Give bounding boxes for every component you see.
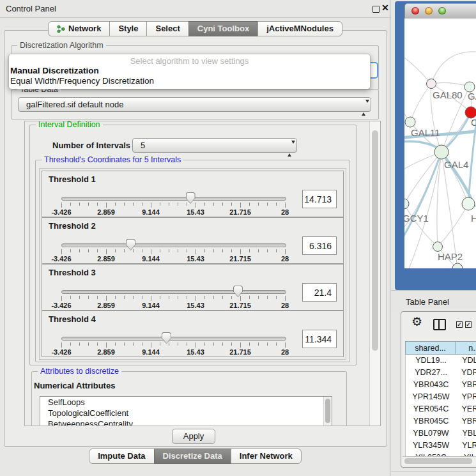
column-header[interactable]: shared... xyxy=(405,341,456,355)
tick-label: 28 xyxy=(281,208,289,216)
tick-mark xyxy=(79,249,80,252)
tick-mark xyxy=(61,249,62,254)
tick-label: -3.426 xyxy=(51,255,71,263)
tick-mark xyxy=(169,296,169,299)
zoom-traffic-light-icon[interactable] xyxy=(438,7,446,15)
table-row[interactable]: YER054CYER0... xyxy=(406,403,476,415)
tick-label: 15.43 xyxy=(187,302,204,309)
tab-infer-network[interactable]: Infer Network xyxy=(231,449,302,464)
network-node-gcy1[interactable] xyxy=(404,199,409,209)
network-node-gal11[interactable] xyxy=(405,117,415,127)
table-scrollbar-thumb[interactable] xyxy=(404,458,472,464)
minimize-traffic-light-icon[interactable] xyxy=(425,7,433,15)
slider-track[interactable] xyxy=(61,337,286,341)
network-icon xyxy=(57,25,65,33)
close-traffic-light-icon[interactable] xyxy=(411,7,419,15)
slider-track[interactable] xyxy=(61,290,286,294)
table-row[interactable]: YIL052CYIL0... xyxy=(406,452,476,456)
split-columns-icon[interactable] xyxy=(433,319,446,330)
table-row[interactable]: YPR145WYPR1... xyxy=(406,391,476,403)
stepper-arrows-icon xyxy=(362,101,366,114)
network-edge[interactable] xyxy=(410,84,431,122)
threshold-slider[interactable]: -3.4262.8599.14415.4321.71528 xyxy=(42,265,343,310)
tick-label: 9.144 xyxy=(142,302,160,309)
network-edge[interactable] xyxy=(431,52,476,84)
checkbox-icon[interactable]: ✓ xyxy=(465,321,472,328)
network-edge[interactable] xyxy=(438,204,468,247)
table-row[interactable]: YDR27...YDR2... xyxy=(406,367,476,379)
tab-discretize-data[interactable]: Discretize Data xyxy=(154,449,231,464)
network-canvas[interactable]: GAL80GACGAL11GAL4GCY1HHAP2 xyxy=(404,19,476,268)
network-node-hap2[interactable] xyxy=(433,242,443,252)
numerical-attributes-label: Numerical Attributes xyxy=(34,381,115,390)
tab-jactivemnodules[interactable]: jActiveMNodules xyxy=(257,21,342,36)
settings-scrollbar[interactable] xyxy=(369,121,381,426)
slider-handle[interactable] xyxy=(162,332,171,344)
threshold-value-input[interactable]: 21.4 xyxy=(302,283,337,302)
table-row[interactable]: YLR345WYLR3... xyxy=(406,440,476,452)
tab-style[interactable]: Style xyxy=(109,21,147,36)
tick-mark xyxy=(151,203,151,208)
network-node-gal4[interactable] xyxy=(434,145,449,159)
network-window-titlebar[interactable] xyxy=(404,3,476,19)
tick-mark xyxy=(231,249,232,252)
threshold-slider[interactable]: -3.4262.8599.14415.4321.71528 xyxy=(42,311,343,357)
threshold-value-input[interactable]: 14.713 xyxy=(302,190,337,208)
tick-mark xyxy=(258,342,259,346)
tick-label: 9.144 xyxy=(142,255,160,263)
list-scrollbar[interactable] xyxy=(323,397,332,426)
threshold-value-input[interactable]: 6.316 xyxy=(302,236,337,255)
gear-icon[interactable]: ⚙ xyxy=(411,316,422,328)
apply-button[interactable]: Apply xyxy=(172,429,215,444)
tick-label: 15.43 xyxy=(187,255,204,263)
list-item-betweennesscentrality[interactable]: BetweennessCentrality xyxy=(40,418,332,426)
table-data-value: galFiltered.sif default node xyxy=(26,100,123,109)
tick-mark xyxy=(61,342,62,348)
slider-handle[interactable] xyxy=(233,286,243,297)
column-header[interactable]: n... xyxy=(455,341,476,355)
tab-select[interactable]: Select xyxy=(146,21,188,36)
tick-mark xyxy=(160,342,160,346)
network-node-gal80[interactable] xyxy=(427,79,436,89)
network-node-node-bottom[interactable] xyxy=(452,263,463,268)
float-window-icon[interactable] xyxy=(372,6,380,13)
table-row[interactable]: YDL19...YDL1... xyxy=(406,355,476,367)
settings-scrollbar-thumb[interactable] xyxy=(372,130,378,351)
panel-divider[interactable] xyxy=(390,0,390,476)
network-edge[interactable] xyxy=(431,82,470,87)
threshold-value-input[interactable]: 11.344 xyxy=(302,330,337,348)
attributes-list[interactable]: SelfLoopsTopologicalCoefficientBetweenne… xyxy=(40,396,332,426)
threshold-slider[interactable]: -3.4262.8599.14415.4321.71528 xyxy=(42,218,343,263)
table-data-select[interactable]: galFiltered.sif default node xyxy=(18,97,371,112)
tab-impute-data[interactable]: Impute Data xyxy=(89,449,154,464)
table-cell: YPR1... xyxy=(456,391,476,403)
list-item-topologicalcoefficient[interactable]: TopologicalCoefficient xyxy=(40,408,332,418)
tab-network[interactable]: Network xyxy=(48,21,110,36)
table-horizontal-scrollbar[interactable] xyxy=(403,456,476,465)
tick-mark xyxy=(204,296,205,299)
list-scrollbar-thumb[interactable] xyxy=(325,399,330,423)
close-icon[interactable]: ✕ xyxy=(381,3,389,13)
tab-cyni-toolbox[interactable]: Cyni Toolbox xyxy=(188,21,258,36)
slider-handle[interactable] xyxy=(186,192,196,204)
tick-mark xyxy=(106,249,107,254)
slider-track[interactable] xyxy=(61,243,286,247)
number-of-intervals-select[interactable]: 5 xyxy=(132,138,297,153)
network-edge[interactable] xyxy=(437,152,441,247)
network-edge[interactable] xyxy=(404,152,441,240)
table-row[interactable]: YBL079WYBL0... xyxy=(406,427,476,440)
panel-title: Control Panel xyxy=(6,4,56,13)
slider-track[interactable] xyxy=(61,197,286,201)
table-row[interactable]: YBR043CYBR0... xyxy=(406,379,476,391)
list-item-selfloops[interactable]: SelfLoops xyxy=(40,397,332,408)
network-edge[interactable] xyxy=(404,56,431,84)
algorithm-option-equal-width-frequency-discretization[interactable]: Equal Width/Frequency Discretization xyxy=(10,76,364,86)
slider-handle[interactable] xyxy=(126,239,135,250)
algorithm-option-manual-discretization[interactable]: Manual Discretization xyxy=(10,66,364,75)
network-edge[interactable] xyxy=(468,114,476,204)
table-row[interactable]: YBR045CYBR0... xyxy=(406,415,476,427)
network-node-h-node[interactable] xyxy=(462,197,475,210)
threshold-slider[interactable]: -3.4262.8599.14415.4321.71528 xyxy=(42,171,343,217)
tick-mark xyxy=(151,296,151,301)
checkbox-icon[interactable]: ✓ xyxy=(456,321,463,328)
